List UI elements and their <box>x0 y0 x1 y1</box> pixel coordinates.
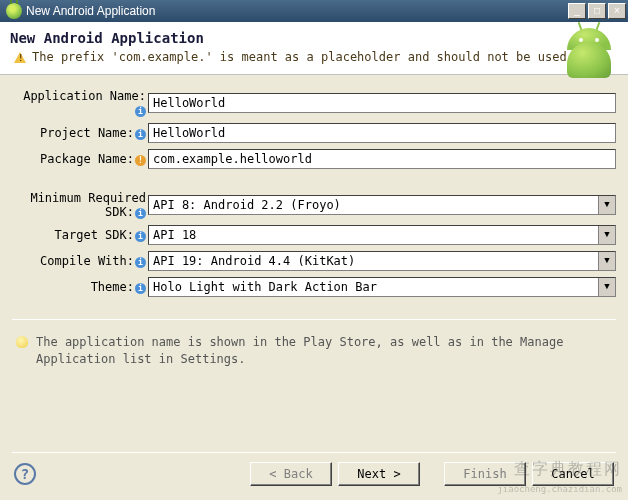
form-area: Application Name:i Project Name:i Packag… <box>0 75 628 311</box>
info-icon[interactable]: i <box>135 257 146 268</box>
application-name-input[interactable] <box>148 93 616 113</box>
info-icon[interactable]: i <box>135 231 146 242</box>
chevron-down-icon[interactable]: ▼ <box>598 252 615 270</box>
chevron-down-icon[interactable]: ▼ <box>598 226 615 244</box>
maximize-button[interactable]: □ <box>588 3 606 19</box>
min-sdk-value: API 8: Android 2.2 (Froyo) <box>149 196 598 214</box>
page-title: New Android Application <box>10 30 618 46</box>
chevron-down-icon[interactable]: ▼ <box>598 278 615 296</box>
theme-value: Holo Light with Dark Action Bar <box>149 278 598 296</box>
theme-label: Theme:i <box>12 280 148 294</box>
compile-with-label: Compile With:i <box>12 254 148 268</box>
compile-with-select[interactable]: API 19: Android 4.4 (KitKat) ▼ <box>148 251 616 271</box>
android-logo-icon <box>562 28 616 82</box>
help-button[interactable]: ? <box>14 463 36 485</box>
back-button[interactable]: < Back <box>250 462 332 486</box>
compile-with-value: API 19: Android 4.4 (KitKat) <box>149 252 598 270</box>
chevron-down-icon[interactable]: ▼ <box>598 196 615 214</box>
package-name-input[interactable] <box>148 149 616 169</box>
separator <box>12 319 616 320</box>
target-sdk-label: Target SDK:i <box>12 228 148 242</box>
info-icon[interactable]: i <box>135 129 146 140</box>
target-sdk-value: API 18 <box>149 226 598 244</box>
project-name-input[interactable] <box>148 123 616 143</box>
application-name-label: Application Name:i <box>12 89 148 117</box>
min-sdk-select[interactable]: API 8: Android 2.2 (Froyo) ▼ <box>148 195 616 215</box>
window-title: New Android Application <box>26 4 568 18</box>
package-name-label: Package Name:! <box>12 152 148 166</box>
theme-select[interactable]: Holo Light with Dark Action Bar ▼ <box>148 277 616 297</box>
min-sdk-label: Minimum Required SDK:i <box>12 191 148 219</box>
warning-message: The prefix 'com.example.' is meant as a … <box>10 50 618 64</box>
warning-icon[interactable]: ! <box>135 155 146 166</box>
info-icon[interactable]: i <box>135 106 146 117</box>
wizard-footer: ? < Back Next > Finish Cancel <box>0 452 628 500</box>
hint-area: The application name is shown in the Pla… <box>0 328 628 374</box>
info-icon[interactable]: i <box>135 208 146 219</box>
title-bar: New Android Application _ □ × <box>0 0 628 22</box>
next-button[interactable]: Next > <box>338 462 420 486</box>
app-icon <box>6 3 22 19</box>
project-name-label: Project Name:i <box>12 126 148 140</box>
window-controls: _ □ × <box>568 3 626 19</box>
wizard-banner: New Android Application The prefix 'com.… <box>0 22 628 75</box>
close-button[interactable]: × <box>608 3 626 19</box>
lightbulb-icon <box>16 336 28 348</box>
warning-text: The prefix 'com.example.' is meant as a … <box>32 50 567 64</box>
info-icon[interactable]: i <box>135 283 146 294</box>
finish-button[interactable]: Finish <box>444 462 526 486</box>
target-sdk-select[interactable]: API 18 ▼ <box>148 225 616 245</box>
hint-text: The application name is shown in the Pla… <box>36 334 612 368</box>
cancel-button[interactable]: Cancel <box>532 462 614 486</box>
minimize-button[interactable]: _ <box>568 3 586 19</box>
warning-icon <box>14 52 26 63</box>
